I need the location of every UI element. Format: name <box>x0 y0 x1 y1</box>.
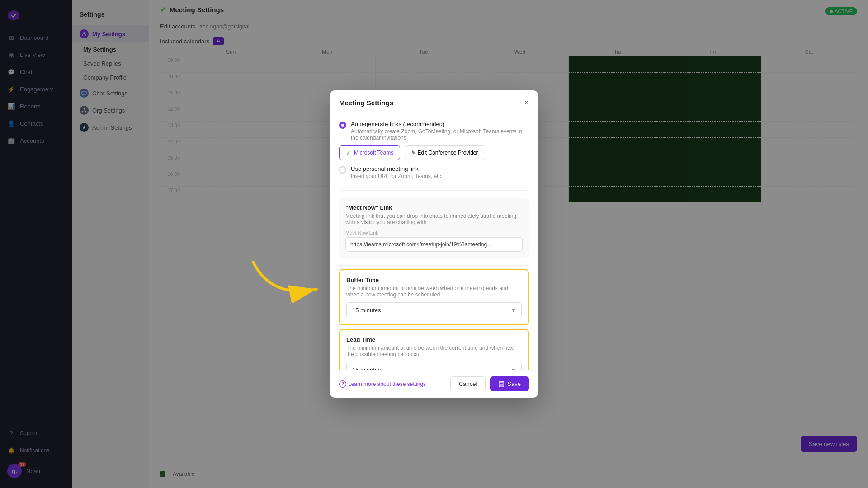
lead-desc: The minimum amount of time between the c… <box>346 345 522 357</box>
personal-link-desc: Insert your URL for Zoom, Teams, etc <box>351 173 441 179</box>
personal-link-option[interactable]: Use personal meeting link Insert your UR… <box>339 165 529 179</box>
microsoft-teams-button[interactable]: ✓ Microsoft Teams <box>339 145 400 160</box>
modal-header: Meeting Settings × <box>330 90 538 113</box>
modal-body: Auto-generate links (recommended) Automa… <box>330 113 538 370</box>
buffer-title: Buffer Time <box>346 277 522 283</box>
conference-buttons: ✓ Microsoft Teams ✎ Edit Conference Prov… <box>339 145 529 160</box>
meet-now-section: "Meet Now" Link Meeting link that you ca… <box>339 191 529 266</box>
personal-link-label: Use personal meeting link <box>351 165 441 172</box>
lead-title: Lead Time <box>346 336 522 343</box>
save-button[interactable]: Save <box>490 376 529 391</box>
teams-check-icon: ✓ <box>346 149 351 156</box>
lead-select-wrapper: No lead time 5 minutes 10 minutes 15 min… <box>346 362 522 370</box>
save-icon <box>498 381 505 387</box>
svg-rect-8 <box>500 384 503 386</box>
conference-link-section: Auto-generate links (recommended) Automa… <box>339 113 529 191</box>
modal-overlay: Meeting Settings × Auto-generate links (… <box>0 0 868 488</box>
auto-generate-label: Auto-generate links (recommended) <box>351 121 529 127</box>
footer-buttons: Cancel Save <box>450 376 529 391</box>
auto-generate-option[interactable]: Auto-generate links (recommended) Automa… <box>339 121 529 141</box>
meet-now-card: "Meet Now" Link Meeting link that you ca… <box>339 198 529 258</box>
meeting-settings-modal: Meeting Settings × Auto-generate links (… <box>330 90 538 398</box>
auto-generate-desc: Automatically create Zoom, GoToMeeting, … <box>351 128 529 141</box>
meet-now-input-label: Meet Now Link <box>345 230 523 235</box>
lead-time-select[interactable]: No lead time 5 minutes 10 minutes 15 min… <box>346 362 522 370</box>
save-label: Save <box>507 380 521 387</box>
learn-more-link[interactable]: ? Learn more about these settings <box>339 380 426 388</box>
modal-title: Meeting Settings <box>339 99 393 107</box>
personal-link-radio[interactable] <box>339 166 346 174</box>
cancel-button[interactable]: Cancel <box>450 376 486 391</box>
meet-now-input-wrapper: Meet Now Link <box>345 230 523 252</box>
close-icon: × <box>524 98 529 107</box>
help-icon: ? <box>339 380 346 388</box>
auto-generate-text: Auto-generate links (recommended) Automa… <box>351 121 529 141</box>
buffer-desc: The minimum amount of time between when … <box>346 285 522 298</box>
buffer-select-wrapper: No buffer 5 minutes 10 minutes 15 minute… <box>346 302 522 318</box>
edit-provider-button[interactable]: ✎ Edit Conference Provider <box>405 145 485 160</box>
meet-now-title: "Meet Now" Link <box>345 204 523 211</box>
buffer-time-select[interactable]: No buffer 5 minutes 10 minutes 15 minute… <box>346 302 522 318</box>
meet-now-input[interactable] <box>345 237 523 252</box>
personal-link-text: Use personal meeting link Insert your UR… <box>351 165 441 179</box>
modal-footer: ? Learn more about these settings Cancel… <box>330 370 538 398</box>
learn-more-label: Learn more about these settings <box>348 381 426 387</box>
lead-time-section: Lead Time The minimum amount of time bet… <box>339 329 529 370</box>
auto-generate-radio[interactable] <box>339 122 346 129</box>
arrow-annotation <box>244 253 335 307</box>
teams-label: Microsoft Teams <box>354 150 393 156</box>
buffer-time-section: Buffer Time The minimum amount of time b… <box>339 269 529 325</box>
modal-close-button[interactable]: × <box>524 99 529 107</box>
edit-provider-label: ✎ Edit Conference Provider <box>411 150 478 156</box>
svg-rect-7 <box>500 381 503 383</box>
cancel-label: Cancel <box>459 380 477 387</box>
meet-now-desc: Meeting link that you can drop into chat… <box>345 213 523 225</box>
radio-inner <box>341 124 344 127</box>
